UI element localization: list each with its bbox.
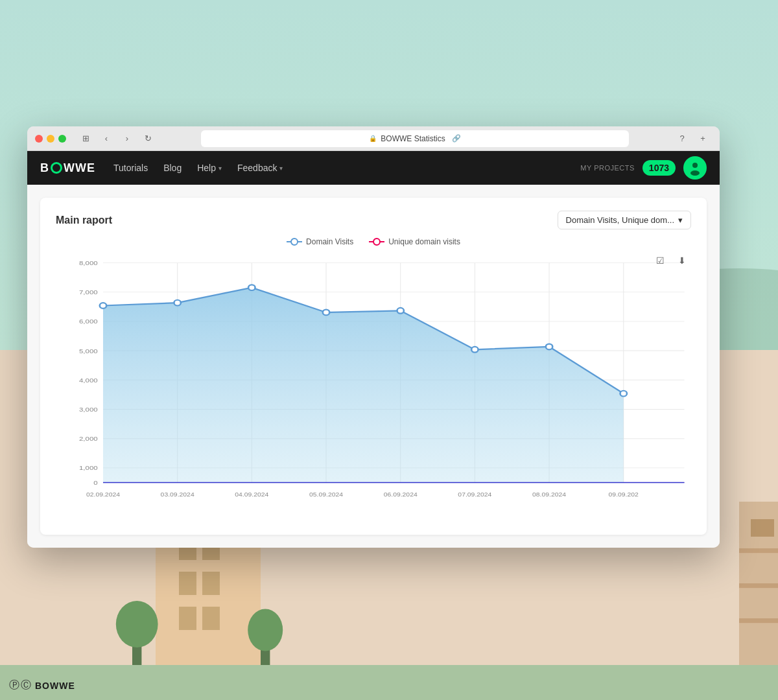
report-card: Main raport Domain Visits, Unique dom...… (40, 198, 707, 535)
help-button[interactable]: ? (673, 132, 691, 146)
svg-text:0: 0 (93, 479, 98, 486)
browser-navigation: ⊞ ‹ › ↻ (77, 132, 157, 146)
address-bar[interactable]: 🔒 BOWWE Statistics 🔗 (201, 130, 629, 147)
fullscreen-button[interactable] (58, 135, 66, 143)
footer-license-icons: Ⓟ Ⓒ (9, 679, 31, 692)
legend-domain-visits-label: Domain Visits (306, 237, 353, 246)
forward-button[interactable]: › (118, 132, 136, 146)
svg-rect-28 (739, 548, 778, 553)
footer-logo: BOWWE (35, 681, 75, 691)
legend-unique-visits: Unique domain visits (369, 237, 460, 246)
projects-count-badge[interactable]: 1073 (642, 160, 676, 176)
legend-domain-visits-line (287, 241, 302, 242)
page-footer: Ⓟ Ⓒ BOWWE (9, 679, 75, 692)
nav-tutorials[interactable]: Tutorials (113, 163, 148, 173)
logo-b: B (40, 161, 49, 175)
svg-text:4,000: 4,000 (79, 377, 98, 384)
svg-text:5,000: 5,000 (79, 347, 98, 354)
legend-unique-visits-line (369, 241, 384, 242)
chart-legend: Domain Visits Unique domain visits (56, 237, 691, 246)
svg-point-72 (248, 285, 255, 290)
new-tab-button[interactable]: + (694, 132, 712, 146)
my-projects-label: MY PROJECTS (580, 164, 635, 172)
bowwe-logo[interactable]: B WWE (40, 161, 95, 175)
back-button[interactable]: ‹ (97, 132, 115, 146)
svg-point-70 (100, 303, 106, 309)
svg-rect-16 (179, 572, 196, 595)
svg-point-73 (323, 310, 329, 316)
traffic-lights (35, 135, 66, 143)
nav-feedback-label: Feedback (237, 163, 277, 173)
nav-feedback[interactable]: Feedback ▾ (237, 163, 283, 173)
svg-rect-19 (202, 607, 220, 630)
svg-text:7,000: 7,000 (79, 288, 98, 296)
svg-text:04.09.2024: 04.09.2024 (235, 491, 269, 498)
url-text: BOWWE Statistics (381, 134, 445, 143)
chart-action-icons: ☑ ⬇ (651, 251, 691, 270)
logo-wwe: WWE (64, 161, 95, 175)
svg-text:07.09.2024: 07.09.2024 (458, 491, 492, 498)
legend-domain-visits: Domain Visits (287, 237, 353, 246)
svg-point-32 (116, 601, 158, 648)
svg-point-74 (397, 308, 403, 314)
svg-rect-30 (739, 618, 778, 623)
chart-container: ☑ ⬇ (56, 251, 691, 511)
close-button[interactable] (35, 135, 43, 143)
lock-icon: 🔒 (369, 135, 377, 142)
browser-right-controls: ? + (673, 132, 712, 146)
svg-text:08.09.2024: 08.09.2024 (532, 491, 567, 498)
tab-grid-button[interactable]: ⊞ (77, 132, 95, 146)
svg-rect-18 (179, 607, 196, 630)
user-avatar[interactable] (683, 156, 707, 180)
svg-point-36 (690, 170, 700, 176)
app-content: Main raport Domain Visits, Unique dom...… (27, 185, 720, 548)
svg-point-76 (546, 344, 552, 350)
svg-rect-26 (0, 665, 778, 700)
main-chart: 8,000 7,000 6,000 5,000 4,000 3,000 2,00… (56, 251, 691, 511)
svg-point-71 (174, 300, 180, 306)
svg-point-77 (620, 391, 627, 397)
svg-rect-21 (751, 519, 774, 537)
svg-rect-29 (739, 583, 778, 588)
svg-point-34 (248, 609, 283, 651)
svg-text:1,000: 1,000 (79, 464, 98, 471)
chart-download-icon[interactable]: ⬇ (673, 251, 691, 270)
minimize-button[interactable] (47, 135, 54, 143)
nav-links: Tutorials Blog Help ▾ Feedback ▾ (113, 163, 562, 173)
avatar-icon (687, 160, 703, 176)
nav-right: MY PROJECTS 1073 (580, 156, 707, 180)
svg-text:05.09.2024: 05.09.2024 (309, 491, 344, 498)
dropdown-label: Domain Visits, Unique dom... (566, 215, 674, 225)
svg-point-35 (692, 163, 698, 168)
reload-button[interactable]: ↻ (139, 132, 157, 146)
nav-help[interactable]: Help ▾ (197, 163, 222, 173)
report-title: Main raport (56, 215, 112, 226)
legend-unique-visits-label: Unique domain visits (388, 237, 460, 246)
svg-text:06.09.2024: 06.09.2024 (384, 491, 418, 498)
feedback-chevron-icon: ▾ (279, 165, 283, 172)
cc-icon: Ⓒ (21, 679, 31, 692)
dropdown-chevron-icon: ▾ (678, 215, 683, 225)
nav-blog[interactable]: Blog (163, 163, 182, 173)
nav-help-label: Help (197, 163, 216, 173)
svg-rect-17 (202, 572, 220, 595)
chart-type-dropdown[interactable]: Domain Visits, Unique dom... ▾ (558, 211, 691, 229)
browser-window: ⊞ ‹ › ↻ 🔒 BOWWE Statistics 🔗 ? + B WWE T… (27, 126, 720, 548)
svg-text:2,000: 2,000 (79, 435, 98, 442)
svg-point-75 (471, 347, 478, 353)
svg-text:02.09.2024: 02.09.2024 (86, 491, 121, 498)
svg-text:09.09.202: 09.09.202 (609, 491, 639, 498)
logo-o (51, 162, 62, 174)
report-header: Main raport Domain Visits, Unique dom...… (56, 211, 691, 229)
chart-select-icon[interactable]: ☑ (651, 251, 669, 270)
app-navbar: B WWE Tutorials Blog Help ▾ Feedback ▾ M… (27, 151, 720, 185)
svg-text:6,000: 6,000 (79, 318, 98, 325)
link-icon: 🔗 (452, 134, 461, 143)
svg-text:03.09.2024: 03.09.2024 (161, 491, 195, 498)
svg-text:8,000: 8,000 (79, 259, 98, 266)
help-chevron-icon: ▾ (218, 165, 222, 172)
svg-text:3,000: 3,000 (79, 406, 98, 413)
browser-chrome: ⊞ ‹ › ↻ 🔒 BOWWE Statistics 🔗 ? + (27, 126, 720, 151)
person-icon: Ⓟ (9, 679, 19, 692)
